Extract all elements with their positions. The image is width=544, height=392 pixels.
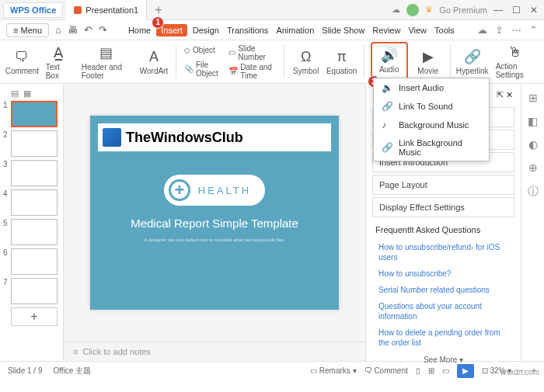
hyperlink-button[interactable]: 🔗Hyperlink [457,42,488,82]
tab-slideshow[interactable]: Slide Show [319,24,367,36]
equation-button[interactable]: πEquation [326,42,357,82]
object-button[interactable]: ◇ Object [184,46,221,54]
hyperlink-icon: 🔗 [464,48,481,65]
faq-link-3[interactable]: Serial Number related questions [369,282,518,298]
avatar[interactable] [406,4,419,16]
theme-name: Office 主题 [53,366,91,376]
faq-link-5[interactable]: How to delete a pending order from the o… [369,324,518,351]
equation-icon: π [337,49,346,65]
movie-icon: ▶ [423,48,434,65]
maximize-icon[interactable]: ☐ [512,5,521,16]
insert-audio-item[interactable]: 🔈Insert Audio [374,78,489,97]
link-bgm-item[interactable]: 🔗Link Background Music [374,134,489,161]
outline-icon[interactable]: ▤ [11,88,19,99]
comment-icon: 🗨 [15,49,29,65]
faq-link-1[interactable]: How to unsubscribe/refund- for iOS users [369,239,518,265]
watermark: wsxdn.com [500,368,539,376]
slide-canvas[interactable]: TheWindowsClub +HEALTH Medical Report Si… [90,116,339,310]
faq-link-2[interactable]: How to unsubscribe? [369,265,518,282]
textbox-button[interactable]: A̲Text Box [43,42,74,82]
thumb-6[interactable]: 6 [3,248,60,275]
audio-button[interactable]: 🔊Audio [374,45,405,75]
tab-insert[interactable]: 1Insert [156,24,187,36]
close-panel-icon[interactable]: ✕ [506,90,513,99]
add-tab[interactable]: + [147,3,169,17]
header-icon: ▤ [99,44,113,61]
thumb-4[interactable]: 4 [3,189,60,216]
menu-button[interactable]: ≡ Menu [6,23,49,37]
faq-link-4[interactable]: Questions about your account information [369,298,518,324]
tab-review[interactable]: Review [370,24,403,36]
comment-button-status[interactable]: 🗨 Comment [364,366,408,375]
save-icon[interactable]: 🖶 [68,24,78,36]
health-pill: +HEALTH [164,175,265,206]
tab-animation[interactable]: Animation [274,24,316,36]
header-footer-button[interactable]: ▤Header and Footer [78,42,134,82]
symbol-button[interactable]: ΩSymbol [291,42,322,82]
thumb-7[interactable]: 7 [3,278,60,304]
tool-2-icon[interactable]: ◧ [528,115,538,127]
tab-design[interactable]: Design [190,24,221,36]
tool-5-icon[interactable]: ⓘ [528,185,539,199]
fileobject-button[interactable]: 📎 File Object [184,61,221,78]
plus-icon: + [169,179,190,201]
layout-item[interactable]: Page Layout [372,175,514,195]
tool-4-icon[interactable]: ⊕ [528,161,538,174]
slideshow-button[interactable]: ▶ [457,364,474,378]
wordart-button[interactable]: AWordArt [138,42,169,82]
notes-area[interactable]: ≡ Click to add notes [64,342,365,361]
thumb-5[interactable]: 5 [3,219,60,245]
link-sound-item[interactable]: 🔗Link To Sound [374,97,489,116]
brand-bar: TheWindowsClub [98,123,331,151]
remarks-button[interactable]: ▭ Remarks ▾ [310,366,357,375]
tab-tools[interactable]: Tools [432,24,457,36]
close-icon[interactable]: ✕ [530,5,538,16]
slides-icon[interactable]: ▦ [23,88,31,99]
tool-3-icon[interactable]: ◐ [528,138,538,151]
thumb-1[interactable]: 1 [3,101,60,127]
minimize-icon[interactable]: — [493,5,503,16]
tab-home[interactable]: Home [126,24,153,36]
home-icon[interactable]: ⌂ [55,24,61,36]
movie-button[interactable]: ▶Movie [413,42,444,82]
link-icon: 🔗 [382,101,392,112]
pin-icon[interactable]: ⇱ [497,90,504,99]
go-premium[interactable]: Go Premium [439,5,487,15]
cloud-sync-icon[interactable]: ☁ [477,24,487,36]
tool-1-icon[interactable]: ⊞ [528,92,538,104]
textbox-icon: A̲ [54,44,63,61]
cloud-icon[interactable]: ☁ [392,5,400,15]
wordart-icon: A [149,49,159,65]
slide-title: Medical Report Simple Template [131,217,298,230]
logo-icon [103,128,121,147]
datetime-button[interactable]: 📅 Date and Time [228,63,275,80]
view-reading-icon[interactable]: ▭ [442,366,449,375]
thumb-2[interactable]: 2 [3,130,60,157]
slide-subtitle: A designer can use default text to simul… [145,238,285,242]
undo-icon[interactable]: ↶ [84,24,92,36]
tab-transitions[interactable]: Transitions [225,24,270,36]
comment-button[interactable]: 🗨Comment [6,42,38,82]
bgm-item[interactable]: ♪Background Music [374,116,489,134]
link-music-icon: 🔗 [382,142,392,153]
view-normal-icon[interactable]: ▯ [416,366,420,375]
redo-icon[interactable]: ↷ [99,24,107,36]
action-button[interactable]: 🖱Action Settings [493,42,538,82]
crown-icon: ♛ [425,5,433,15]
add-slide-button[interactable]: + [11,307,58,326]
audio-dropdown: 🔈Insert Audio 🔗Link To Sound ♪Background… [373,78,490,161]
share-icon[interactable]: ⇪ [495,24,504,36]
faq-heading: Frequentlt Asked Questions [375,225,511,234]
document-tab[interactable]: Presentation1 [66,0,147,20]
see-more[interactable]: See More ▾ [369,356,518,364]
slidenumber-button[interactable]: ▭ Slide Number [228,44,275,61]
slide-position: Slide 1 / 9 [8,366,42,375]
effect-item[interactable]: Display Effect Settings [372,197,514,217]
more-icon[interactable]: ⋯ [511,24,521,36]
thumb-3[interactable]: 3 [3,160,60,186]
speaker-icon: 🔈 [382,82,392,93]
audio-icon: 🔊 [381,47,398,64]
view-sorter-icon[interactable]: ⊞ [428,366,434,375]
tab-view[interactable]: View [406,24,429,36]
collapse-icon[interactable]: ⌃ [529,24,538,36]
